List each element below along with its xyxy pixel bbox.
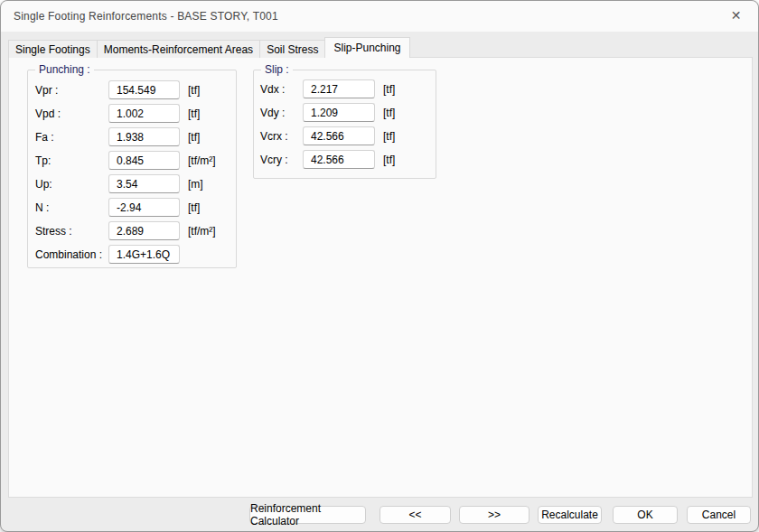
groupbox-slip: Slip : Vdx : [tf] Vdy : [tf] Vcrx : [tf]… [253, 70, 436, 179]
combination-input[interactable] [108, 245, 180, 264]
vcrx-input[interactable] [303, 126, 375, 145]
tp-input[interactable] [108, 151, 180, 170]
close-button[interactable]: ✕ [716, 2, 756, 29]
field-row-stress: Stress : [tf/m²] [35, 221, 230, 240]
field-row-tp: Tp: [tf/m²] [35, 151, 230, 170]
vdx-input[interactable] [303, 79, 375, 98]
field-row-fa: Fa : [tf] [35, 127, 230, 146]
field-unit: [tf] [383, 83, 395, 96]
vpd-input[interactable] [108, 104, 180, 123]
tab-label: Single Footings [15, 43, 90, 56]
field-label: Tp: [35, 154, 108, 167]
tab-soil-stress[interactable]: Soil Stress [259, 40, 325, 58]
field-label: Fa : [35, 131, 108, 144]
vcry-input[interactable] [303, 150, 375, 169]
field-label: Combination : [35, 248, 108, 261]
field-row-n: N : [tf] [35, 198, 230, 217]
field-unit: [tf] [188, 201, 200, 214]
field-label: Vcrx : [260, 130, 303, 143]
tab-label: Slip-Punching [333, 42, 400, 54]
vdy-input[interactable] [303, 103, 375, 122]
cancel-button[interactable]: Cancel [687, 506, 751, 524]
field-unit: [m] [188, 178, 203, 191]
field-row-combination: Combination : [35, 245, 230, 264]
field-unit: [tf] [383, 107, 395, 119]
groupbox-slip-title: Slip : [261, 63, 293, 76]
field-row-vdx: Vdx : [tf] [260, 79, 432, 98]
field-row-vpr: Vpr : [tf] [35, 80, 230, 99]
field-row-vdy: Vdy : [tf] [260, 103, 432, 122]
close-icon: ✕ [731, 8, 742, 23]
field-unit: [tf] [188, 131, 200, 144]
tab-label: Soil Stress [267, 43, 318, 56]
recalculate-button[interactable]: Recalculate [538, 506, 602, 524]
previous-button[interactable]: << [380, 506, 451, 524]
field-label: Vpr : [35, 84, 108, 97]
field-label: Vcry : [260, 154, 303, 166]
field-unit: [tf] [383, 154, 395, 166]
field-label: N : [35, 201, 108, 214]
groupbox-punching: Punching : Vpr : [tf] Vpd : [tf] Fa : [t… [27, 70, 237, 268]
stress-input[interactable] [108, 221, 180, 240]
fa-input[interactable] [108, 127, 180, 146]
groupbox-punching-title: Punching : [35, 63, 94, 76]
title-bar: Single Footing Reinforcements - BASE STO… [1, 1, 758, 32]
tab-page-slip-punching: Punching : Vpr : [tf] Vpd : [tf] Fa : [t… [8, 57, 753, 498]
n-input[interactable] [108, 198, 180, 217]
tab-single-footings[interactable]: Single Footings [8, 40, 98, 58]
field-label: Vpd : [35, 107, 108, 120]
tab-strip: Single Footings Moments-Reinforcement Ar… [8, 37, 409, 58]
field-label: Vdx : [260, 83, 303, 96]
field-label: Stress : [35, 225, 108, 238]
field-row-vpd: Vpd : [tf] [35, 104, 230, 123]
field-row-up: Up: [m] [35, 174, 230, 193]
field-unit: [tf] [188, 84, 200, 97]
field-unit: [tf] [188, 107, 200, 120]
window-title: Single Footing Reinforcements - BASE STO… [14, 10, 278, 23]
ok-button[interactable]: OK [613, 506, 678, 524]
reinforcement-calculator-button[interactable]: Reinforcement Calculator [249, 506, 366, 524]
field-label: Vdy : [260, 107, 303, 119]
tab-moments-reinforcement-areas[interactable]: Moments-Reinforcement Areas [97, 40, 260, 58]
field-row-vcry: Vcry : [tf] [260, 150, 432, 169]
vpr-input[interactable] [108, 80, 180, 99]
field-unit: [tf/m²] [188, 154, 216, 167]
up-input[interactable] [108, 174, 180, 193]
next-button[interactable]: >> [459, 506, 529, 524]
field-label: Up: [35, 178, 108, 191]
dialog-single-footing-reinforcements: Single Footing Reinforcements - BASE STO… [0, 0, 759, 532]
tab-slip-punching[interactable]: Slip-Punching [324, 37, 409, 58]
field-row-vcrx: Vcrx : [tf] [260, 126, 432, 145]
tab-label: Moments-Reinforcement Areas [104, 43, 253, 56]
field-unit: [tf/m²] [188, 225, 216, 238]
field-unit: [tf] [383, 130, 395, 143]
